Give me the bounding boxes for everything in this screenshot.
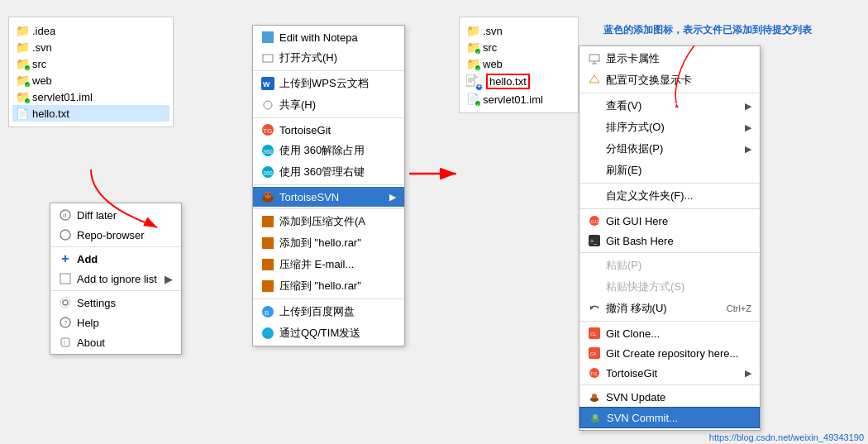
menu-label: 显示卡属性 [606,51,660,66]
menu-label: 打开方式(H) [279,50,337,65]
menu-item-open-with[interactable]: 打开方式(H) [253,47,404,69]
hello-txt-item-right[interactable]: + hello.txt [463,72,575,91]
tortoisesvn-icon [261,190,274,203]
menu-item-share[interactable]: 共享(H) [253,94,404,116]
menu-item-git-gui[interactable]: GUI Git GUI Here [579,211,760,231]
tortoisegit-icon: TG [261,123,274,136]
menu-label: 上传到百度网盘 [279,304,355,319]
qq-icon [261,327,274,340]
annotation-arrow [670,41,719,107]
menu-item-baidu[interactable]: B 上传到百度网盘 [253,301,404,322]
menu-label: Git Bash Here [606,235,674,247]
svg-point-21 [265,192,271,198]
file-item[interactable]: 📁 ✓ web [12,72,169,88]
menu-item-group[interactable]: 分组依据(P) ▶ [579,138,760,160]
folder-svn-icon: 📁 ✓ [16,74,29,87]
360-2-icon: 360 [261,165,274,179]
menu-item-about[interactable]: i About [50,332,181,352]
svg-point-51 [592,394,597,399]
menu-item-tortoisesvn[interactable]: TortoiseSVN ▶ [253,187,404,207]
custom-folder-icon [588,189,601,203]
undo-icon [588,302,601,315]
file-label: src [483,41,497,54]
menu-item-help[interactable]: ? Help [50,313,181,332]
menu-item-svn-update[interactable]: SVN Update [579,387,760,407]
file-item[interactable]: 📁 .idea [12,22,169,39]
menu-item-svn-commit[interactable]: SVN Commit... [579,407,760,428]
file-item[interactable]: 📁 ✓ servlet01.iml [12,88,169,105]
file-label: web [483,58,503,70]
svg-rect-3 [60,274,70,284]
menu-label: 上传到WPS云文档 [279,76,369,91]
git-clone-icon: CL [588,327,601,340]
menu-item-sort[interactable]: 排序方式(O) ▶ [579,117,760,138]
svg-text:d: d [63,212,66,219]
git-bash-icon: >_ [588,234,601,247]
menu-label: TortoiseGit [606,367,657,380]
open-icon [261,51,274,64]
menu-item-refresh[interactable]: 刷新(E) [579,160,760,181]
svg-point-5 [60,298,70,308]
menu-label: 分组依据(P) [606,141,663,156]
svg-text:B: B [265,309,269,317]
menu-label: 添加到 "hello.rar" [279,236,361,251]
menu-item-edit-notepad[interactable]: Edit with Notepa [253,27,404,47]
menu-label: 粘贴(P) [606,258,641,273]
menu-label: 添加到压缩文件(A [279,214,365,229]
menu-label: Edit with Notepa [279,31,358,44]
file-item[interactable]: 📁 .svn [463,22,575,39]
menu-label: 撤消 移动(U) [606,301,667,316]
context-menu-rightclick: Edit with Notepa 打开方式(H) W 上传到WPS云文档 共享(… [252,25,405,346]
menu-item-undo-move[interactable]: 撤消 移动(U) Ctrl+Z [579,298,760,319]
svg-point-2 [60,230,70,240]
rar-icon [261,236,274,250]
git-gui-icon: GUI [588,214,601,227]
file-item[interactable]: 📁 ✓ src [12,55,169,72]
menu-item-tortoisegit-sub[interactable]: TG TortoiseGit ▶ [579,363,760,383]
menu-item-custom-folder[interactable]: 自定义文件夹(F)... [579,185,760,207]
svg-text:CL: CL [590,332,597,337]
hello-txt-label: hello.txt [32,107,69,120]
file-label: .svn [483,25,503,37]
svg-text:360: 360 [263,170,273,176]
menu-label: Add [77,253,98,265]
baidu-icon: B [261,305,274,318]
file-item[interactable]: 📁 .svn [12,39,169,55]
menu-item-add-ignore[interactable]: Add to ignore list ▶ [50,269,181,289]
menu-item-360-1[interactable]: 360 使用 360解除占用 [253,140,404,161]
wps-icon: W [261,77,274,90]
menu-item-wps[interactable]: W 上传到WPS云文档 [253,73,404,94]
file-item[interactable]: 📁 ✓ src [463,39,575,55]
svg-marker-28 [475,74,478,78]
menu-item-paste[interactable]: 粘贴(P) [579,255,760,276]
menu-item-add-zip-1[interactable]: 添加到压缩文件(A [253,211,404,232]
file-label: src [32,58,46,70]
menu-item-zip-email[interactable]: 压缩并 E-mail... [253,254,404,275]
menu-item-zip-rar[interactable]: 压缩到 "hello.rar" [253,275,404,297]
menu-label: About [77,337,105,349]
txt-blue-icon: + [466,74,481,89]
left-file-explorer: 📁 .idea 📁 .svn 📁 ✓ src 📁 ✓ web 📁 ✓ servl… [8,17,174,127]
menu-item-git-clone[interactable]: CL Git Clone... [579,323,760,343]
menu-item-paste-shortcut[interactable]: 粘贴快捷方式(S) [579,276,760,298]
menu-item-add[interactable]: + Add [50,249,181,269]
group-icon [588,142,601,155]
svg-text:360: 360 [263,149,273,155]
file-item[interactable]: 📁 ✓ web [463,55,575,72]
svg-point-13 [264,101,272,109]
menu-item-git-create[interactable]: CR Git Create repository here... [579,343,760,363]
menu-item-add-rar[interactable]: 添加到 "hello.rar" [253,232,404,254]
menu-item-settings[interactable]: Settings [50,293,181,313]
file-item[interactable]: 📄 ✓ servlet01.iml [463,91,575,107]
right-file-explorer: 📁 .svn 📁 ✓ src 📁 ✓ web + hello.txt [459,17,579,113]
menu-item-qq[interactable]: 通过QQ/TIM发送 [253,322,404,344]
hello-txt-item[interactable]: 📄 hello.txt [12,105,169,122]
settings-icon [59,296,72,309]
ignore-icon [59,272,72,285]
menu-item-git-bash[interactable]: >_ Git Bash Here [579,231,760,251]
menu-item-360-2[interactable]: 360 使用 360管理右键 [253,161,404,183]
menu-item-tortoisegit[interactable]: TG TortoiseGit [253,120,404,140]
annotation-text: 蓝色的添加图标，表示文件已添加到待提交列表 [603,23,812,37]
menu-label: 通过QQ/TIM发送 [279,326,360,341]
iml-icon: 📁 ✓ [16,90,29,103]
